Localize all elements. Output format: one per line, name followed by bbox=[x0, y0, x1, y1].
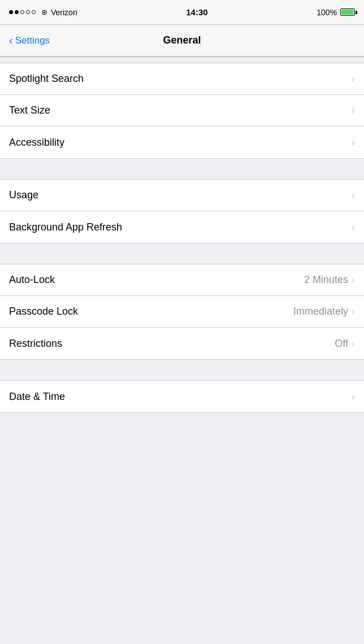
auto-lock-row[interactable]: Auto-Lock 2 Minutes › bbox=[0, 264, 364, 296]
date-time-right: › bbox=[352, 391, 355, 403]
text-size-label: Text Size bbox=[9, 105, 50, 116]
passcode-lock-row[interactable]: Passcode Lock Immediately › bbox=[0, 296, 364, 328]
section-gap-2 bbox=[0, 243, 364, 264]
background-app-refresh-right: › bbox=[352, 221, 355, 233]
background-app-refresh-chevron: › bbox=[352, 221, 355, 233]
section-gap-top bbox=[0, 57, 364, 63]
background-app-refresh-label: Background App Refresh bbox=[9, 221, 122, 233]
section-gap-1 bbox=[0, 159, 364, 179]
auto-lock-value: 2 Minutes bbox=[304, 274, 348, 286]
auto-lock-right: 2 Minutes › bbox=[304, 274, 355, 286]
back-button[interactable]: ‹ Settings bbox=[5, 31, 54, 51]
settings-group-4: Date & Time › bbox=[0, 380, 364, 413]
signal-dot-5 bbox=[32, 10, 36, 14]
wifi-icon: ⊛ bbox=[41, 8, 47, 16]
settings-group-3: Auto-Lock 2 Minutes › Passcode Lock Imme… bbox=[0, 264, 364, 360]
text-size-chevron: › bbox=[352, 105, 355, 116]
signal-dot-1 bbox=[9, 10, 13, 14]
signal-strength bbox=[9, 10, 36, 14]
restrictions-row[interactable]: Restrictions Off › bbox=[0, 328, 364, 359]
accessibility-row[interactable]: Accessibility › bbox=[0, 127, 364, 158]
settings-group-2: Usage › Background App Refresh › bbox=[0, 179, 364, 243]
passcode-lock-chevron: › bbox=[352, 306, 355, 317]
battery-icon bbox=[340, 8, 355, 16]
battery-body bbox=[340, 8, 355, 16]
date-time-chevron: › bbox=[352, 391, 355, 403]
signal-dot-4 bbox=[26, 10, 30, 14]
nav-bar: ‹ Settings General bbox=[0, 25, 364, 56]
auto-lock-label: Auto-Lock bbox=[9, 274, 55, 286]
carrier-label: Verizon bbox=[51, 8, 77, 17]
accessibility-right: › bbox=[352, 137, 355, 149]
usage-row[interactable]: Usage › bbox=[0, 180, 364, 211]
background-app-refresh-row[interactable]: Background App Refresh › bbox=[0, 211, 364, 243]
settings-group-1: Spotlight Search › Text Size › Accessibi… bbox=[0, 63, 364, 159]
usage-chevron: › bbox=[352, 189, 355, 201]
passcode-lock-value: Immediately bbox=[293, 306, 348, 317]
text-size-right: › bbox=[352, 105, 355, 116]
usage-label: Usage bbox=[9, 189, 38, 201]
spotlight-search-label: Spotlight Search bbox=[9, 73, 84, 85]
battery-percent-label: 100% bbox=[317, 8, 337, 17]
signal-dot-3 bbox=[20, 10, 24, 14]
date-time-row[interactable]: Date & Time › bbox=[0, 381, 364, 412]
passcode-lock-label: Passcode Lock bbox=[9, 306, 78, 317]
signal-dot-2 bbox=[15, 10, 19, 14]
page-title: General bbox=[163, 34, 201, 46]
restrictions-right: Off › bbox=[335, 338, 355, 350]
status-bar: ⊛ Verizon 14:30 100% bbox=[0, 0, 364, 25]
status-time: 14:30 bbox=[186, 7, 207, 17]
spotlight-search-row[interactable]: Spotlight Search › bbox=[0, 63, 364, 95]
section-gap-3 bbox=[0, 360, 364, 380]
auto-lock-chevron: › bbox=[352, 274, 355, 286]
restrictions-label: Restrictions bbox=[9, 338, 62, 350]
spotlight-search-chevron: › bbox=[352, 73, 355, 85]
spotlight-search-right: › bbox=[352, 73, 355, 85]
back-button-label: Settings bbox=[15, 35, 50, 46]
usage-right: › bbox=[352, 189, 355, 201]
restrictions-chevron: › bbox=[352, 338, 355, 350]
status-right: 100% bbox=[317, 8, 355, 17]
status-left: ⊛ Verizon bbox=[9, 8, 77, 17]
accessibility-label: Accessibility bbox=[9, 137, 64, 149]
passcode-lock-right: Immediately › bbox=[293, 306, 355, 317]
text-size-row[interactable]: Text Size › bbox=[0, 95, 364, 127]
back-chevron-icon: ‹ bbox=[9, 34, 13, 46]
date-time-label: Date & Time bbox=[9, 391, 65, 403]
battery-fill bbox=[341, 10, 354, 15]
restrictions-value: Off bbox=[335, 338, 348, 350]
accessibility-chevron: › bbox=[352, 137, 355, 149]
